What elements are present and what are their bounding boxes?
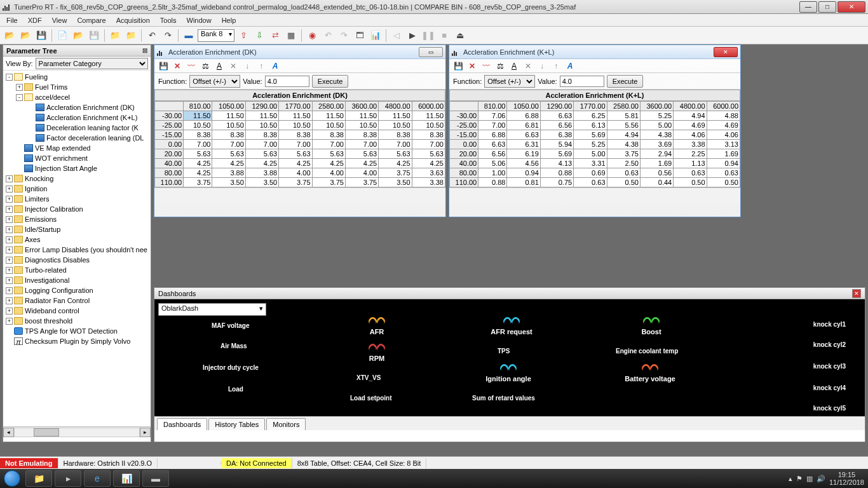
- tree-node[interactable]: Accleration Enrichment (K+L): [4, 112, 151, 123]
- monitor-icon[interactable]: 🗔: [353, 29, 367, 43]
- minimize-button[interactable]: —: [799, 1, 817, 13]
- tree-node[interactable]: +Wideband control: [4, 306, 151, 316]
- tray-up-icon[interactable]: ▴: [789, 475, 792, 483]
- download-icon[interactable]: ⇩: [252, 29, 266, 43]
- stop-icon[interactable]: ■: [437, 29, 451, 43]
- record-icon[interactable]: ◉: [305, 29, 319, 43]
- chart-icon[interactable]: 〰: [186, 61, 196, 71]
- tray-vol-icon[interactable]: 🔊: [817, 475, 825, 483]
- chip-icon[interactable]: ▬: [182, 29, 196, 43]
- tray-clock[interactable]: 19:1511/12/2018: [829, 471, 864, 486]
- tree-node[interactable]: +Radiator Fan Control: [4, 295, 151, 306]
- chart-icon[interactable]: 〰: [481, 61, 491, 71]
- play-icon[interactable]: ▶: [405, 29, 419, 43]
- scroll-right-icon[interactable]: ▸: [140, 428, 151, 437]
- tree-body[interactable]: -Fueling+Fuel Trims-accel/decelAcclerati…: [3, 71, 151, 426]
- menu-file[interactable]: File: [3, 15, 22, 25]
- taskbar-ie[interactable]: e: [84, 470, 111, 487]
- tree-node[interactable]: +Idle/Startup: [4, 224, 151, 234]
- format-icon[interactable]: A: [270, 61, 280, 71]
- down-icon[interactable]: ↓: [242, 61, 252, 71]
- bank-dropdown[interactable]: Bank 8: [198, 29, 234, 42]
- redo-icon[interactable]: ↷: [161, 29, 175, 43]
- val-input[interactable]: [265, 76, 309, 87]
- tree-node[interactable]: +Turbo-related: [4, 265, 151, 275]
- folder4-icon[interactable]: 📁: [124, 29, 138, 43]
- tree-node[interactable]: Deceleration leaning factor (K: [4, 123, 151, 133]
- tree-node[interactable]: +Axes: [4, 234, 151, 245]
- tree-node[interactable]: Factor deceleration leaning (DL: [4, 133, 151, 143]
- tree-node[interactable]: +Investigational: [4, 275, 151, 285]
- up-icon[interactable]: ↑: [256, 61, 266, 71]
- func-dropdown[interactable]: Offset (+/-): [189, 75, 240, 88]
- new-icon[interactable]: 📄: [55, 29, 69, 43]
- format-icon[interactable]: A: [565, 61, 575, 71]
- tree-node[interactable]: +Ignition: [4, 184, 151, 194]
- tree-node[interactable]: Accleration Enrichment (DK): [4, 102, 151, 112]
- dk-table[interactable]: 810.001050.001290.001770.002580.003600.0…: [154, 101, 445, 187]
- menu-compare[interactable]: Compare: [73, 15, 109, 25]
- tree-node[interactable]: WOT enrichment: [4, 153, 151, 163]
- tab-dashboards[interactable]: Dashboards: [157, 418, 207, 430]
- menu-tools[interactable]: Tools: [156, 15, 180, 25]
- execute-button[interactable]: Execute: [312, 75, 349, 88]
- taskbar-app2[interactable]: ▬: [142, 470, 169, 487]
- viewby-dropdown[interactable]: Parameter Category: [36, 58, 148, 69]
- pin-icon[interactable]: ⊠: [142, 47, 147, 54]
- tree-node[interactable]: -Fueling: [4, 72, 151, 82]
- dash-close-button[interactable]: ✕: [852, 289, 861, 298]
- maximize-button[interactable]: □: [818, 1, 836, 13]
- taskbar-app1[interactable]: 📊: [113, 470, 140, 487]
- tab-history[interactable]: History Tables: [208, 418, 265, 430]
- start-button[interactable]: [0, 470, 24, 487]
- undo2-icon[interactable]: ↶: [321, 29, 335, 43]
- tree-node[interactable]: Injection Start Angle: [4, 163, 151, 173]
- folder3-icon[interactable]: 📁: [108, 29, 122, 43]
- tree-hscroll[interactable]: ◂ ▸: [3, 426, 151, 437]
- tree-node[interactable]: +Knocking: [4, 173, 151, 184]
- prev-icon[interactable]: ◁: [390, 29, 403, 43]
- delete-icon[interactable]: ✕: [172, 61, 182, 71]
- text-icon[interactable]: A: [509, 61, 519, 71]
- undo-icon[interactable]: ↶: [145, 29, 159, 43]
- eject-icon[interactable]: ⏏: [453, 29, 467, 43]
- taskbar-explorer[interactable]: 📁: [25, 470, 52, 487]
- kl-close-button[interactable]: ✕: [714, 47, 738, 57]
- tree-node[interactable]: +Fuel Trims: [4, 82, 151, 92]
- tree-node[interactable]: VE Map extended: [4, 143, 151, 153]
- delete-icon[interactable]: ✕: [467, 61, 477, 71]
- tree-node[interactable]: πChecksum Plugin by Simply Volvo: [4, 336, 151, 346]
- save-icon[interactable]: 💾: [34, 29, 48, 43]
- menu-view[interactable]: View: [48, 15, 71, 25]
- dk-close-button[interactable]: ▭: [419, 47, 443, 57]
- tree-node[interactable]: TPS Angle for WOT Detection: [4, 326, 151, 336]
- cancel-icon[interactable]: ✕: [523, 61, 533, 71]
- func-dropdown[interactable]: Offset (+/-): [484, 75, 535, 88]
- close-button[interactable]: ✕: [837, 1, 865, 13]
- graph-icon[interactable]: 📊: [369, 29, 383, 43]
- tree-node[interactable]: +Limiters: [4, 194, 151, 204]
- execute-button[interactable]: Execute: [607, 75, 644, 88]
- upload-icon[interactable]: ⇧: [236, 29, 250, 43]
- tree-node[interactable]: +Logging Configuration: [4, 285, 151, 295]
- menu-window[interactable]: Window: [183, 15, 215, 25]
- pause-icon[interactable]: ❚❚: [421, 29, 435, 43]
- text-icon[interactable]: A: [214, 61, 224, 71]
- tree-node[interactable]: +Error Lamp Disables (you shouldn't nee: [4, 245, 151, 255]
- menu-acquisition[interactable]: Acquisition: [112, 15, 154, 25]
- tree-node[interactable]: +Diagnostics Disables: [4, 255, 151, 265]
- tray-flag-icon[interactable]: ⚑: [796, 475, 803, 483]
- save-icon[interactable]: 💾: [453, 61, 463, 71]
- menu-xdf[interactable]: XDF: [24, 15, 46, 25]
- dash-dropdown[interactable]: OblarkDash: [158, 303, 266, 316]
- cancel-icon[interactable]: ✕: [228, 61, 238, 71]
- compare-icon[interactable]: ⇄: [268, 29, 282, 43]
- balance-icon[interactable]: ⚖: [495, 61, 505, 71]
- taskbar-media[interactable]: ▸: [55, 470, 81, 487]
- tree-node[interactable]: +boost threshold: [4, 316, 151, 326]
- open2-icon[interactable]: 📂: [18, 29, 32, 43]
- down-icon[interactable]: ↓: [537, 61, 547, 71]
- up-icon[interactable]: ↑: [551, 61, 561, 71]
- tree-node[interactable]: +Emissions: [4, 214, 151, 224]
- tree-node[interactable]: +Injector Calibration: [4, 204, 151, 214]
